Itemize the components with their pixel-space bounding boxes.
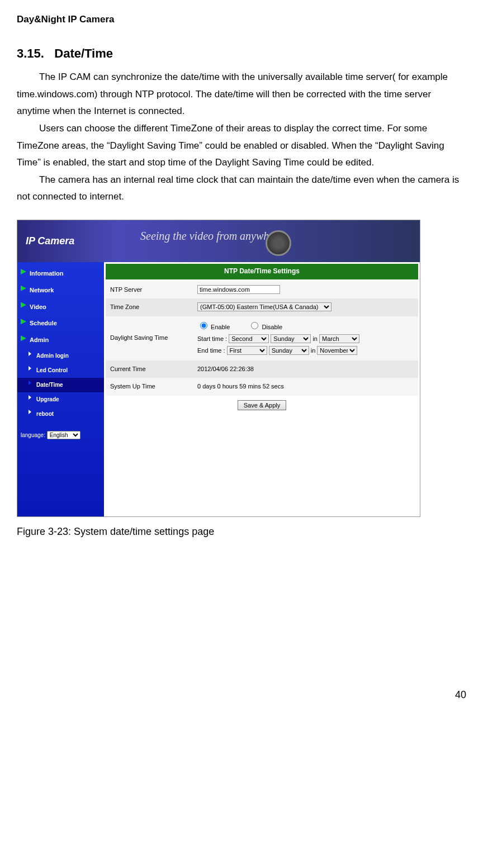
uptime-value: 0 days 0 hours 59 mins 52 secs	[193, 378, 418, 396]
uptime-label: System Up Time	[106, 378, 193, 396]
sidebar-item-admin[interactable]: Admin	[17, 332, 104, 349]
section-title-text: Date/Time	[54, 46, 113, 60]
dst-end-in: in	[311, 347, 316, 354]
dst-start-text: Start time :	[197, 335, 227, 342]
sidebar-item-schedule[interactable]: Schedule	[17, 315, 104, 332]
page-number: 40	[17, 686, 466, 704]
language-select[interactable]: English	[47, 431, 80, 439]
sidebar-sub-upgrade[interactable]: Upgrade	[17, 392, 104, 407]
sidebar-item-information[interactable]: Information	[17, 265, 104, 282]
banner: IP Camera Seeing the video from anywhere	[17, 220, 420, 262]
dst-start-day[interactable]: Sunday	[271, 334, 311, 343]
figure: IP Camera Seeing the video from anywhere…	[17, 220, 466, 517]
paragraph-1: The IP CAM can synchronize the date/time…	[17, 69, 466, 120]
sidebar-sub-reboot[interactable]: reboot	[17, 407, 104, 421]
settings-table: NTP Server Time Zone (GMT-05:00) Eastern…	[106, 281, 418, 396]
dst-end-text: End time :	[197, 347, 225, 354]
doc-header: Day&Night IP Camera	[17, 11, 466, 29]
section-heading: 3.15. Date/Time	[17, 42, 466, 65]
save-apply-button[interactable]: Save & Apply	[238, 400, 286, 410]
language-selector: language: English	[17, 428, 104, 443]
dst-start-week[interactable]: Second	[229, 334, 269, 343]
dst-disable-label[interactable]: Disable	[248, 324, 282, 330]
dst-disable-radio[interactable]	[251, 322, 258, 329]
sidebar-sub-ledcontrol[interactable]: Led Control	[17, 363, 104, 378]
sidebar: Information Network Video Schedule Admin…	[17, 262, 104, 516]
tz-label: Time Zone	[106, 298, 193, 316]
sidebar-item-network[interactable]: Network	[17, 282, 104, 299]
dst-end-month[interactable]: November	[317, 346, 357, 355]
dst-enable-label[interactable]: Enable	[197, 324, 230, 330]
section-body: The IP CAM can synchronize the date/time…	[17, 69, 466, 206]
paragraph-3: The camera has an internal real time clo…	[17, 172, 466, 206]
ntp-label: NTP Server	[106, 281, 193, 299]
content-area: NTP Date/Time Settings NTP Server Time Z…	[104, 262, 420, 516]
banner-slogan: Seeing the video from anywhere	[140, 226, 283, 246]
panel-title: NTP Date/Time Settings	[106, 264, 418, 279]
dst-enable-radio[interactable]	[200, 322, 207, 329]
figure-caption: Figure 3-23: System date/time settings p…	[17, 523, 466, 540]
dst-end-day[interactable]: Sunday	[269, 346, 309, 355]
banner-logo: IP Camera	[26, 232, 74, 250]
dst-end-week[interactable]: First	[227, 346, 267, 355]
dst-start-month[interactable]: March	[319, 334, 359, 343]
sidebar-item-video[interactable]: Video	[17, 299, 104, 316]
current-time-label: Current Time	[106, 361, 193, 378]
ntp-input[interactable]	[197, 285, 280, 294]
paragraph-2: Users can choose the different TimeZone …	[17, 120, 466, 172]
dst-label: Daylight Saving Time	[106, 316, 193, 360]
ipcam-screenshot: IP Camera Seeing the video from anywhere…	[17, 220, 420, 517]
sidebar-sub-datetime[interactable]: Date/Time	[17, 378, 104, 392]
tz-select[interactable]: (GMT-05:00) Eastern Time(USA & Canada)	[197, 302, 332, 311]
sidebar-sub-adminlogin[interactable]: Admin login	[17, 349, 104, 363]
language-label: language:	[21, 432, 45, 438]
section-number: 3.15.	[17, 46, 44, 60]
lens-icon	[266, 230, 291, 256]
current-time-value: 2012/04/06 22:26:38	[193, 361, 418, 378]
dst-start-in: in	[312, 335, 318, 342]
